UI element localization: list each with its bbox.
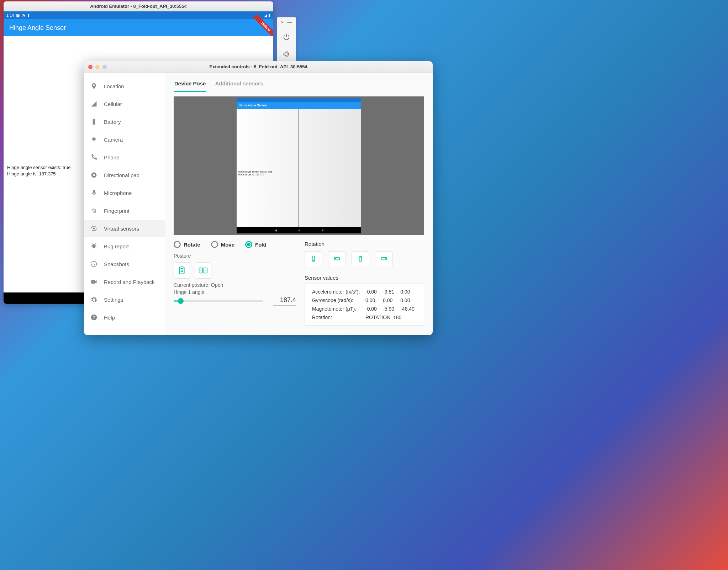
sidebar-item-bug-report[interactable]: Bug report (84, 238, 165, 255)
emulator-power-button[interactable] (277, 28, 296, 46)
bug-icon (90, 243, 97, 250)
status-battery-icon: ▮ (268, 13, 270, 18)
tabs: Device Pose Additional sensors (174, 77, 424, 92)
pose-controls: Rotate Move Fold Posture (174, 241, 296, 326)
sensor-x: 0.00 (363, 296, 381, 305)
emulator-toolbar: × — (277, 17, 296, 63)
emulator-close-button[interactable]: × (281, 20, 284, 25)
preview-readout: Hinge angle sensor exists: true Hinge an… (238, 170, 272, 176)
extended-controls-window: Extended controls - 8_Fold-out_API_30:55… (84, 61, 433, 335)
radio-circle-icon (174, 241, 181, 248)
sidebar-item-label: Camera (104, 137, 123, 143)
nav-recent-icon: ■ (322, 228, 323, 232)
status-icon: ▣ (16, 13, 20, 18)
radio-label: Rotate (184, 242, 200, 248)
sidebar-item-camera[interactable]: Camera (84, 131, 165, 148)
history-icon (90, 260, 97, 268)
sensor-rotation-value: ROTATION_180 (363, 313, 419, 322)
rotation-heading: Rotation (305, 241, 424, 247)
sidebar-item-cellular[interactable]: Cellular (84, 95, 165, 112)
sidebar-item-record[interactable]: Record and Playback (84, 273, 165, 290)
posture-open-button[interactable] (195, 262, 211, 279)
device-preview[interactable]: Hinge Angle Sensor Hinge angle sensor ex… (174, 96, 424, 235)
rotation-portrait-reverse-button[interactable] (352, 251, 369, 266)
extended-titlebar: Extended controls - 8_Fold-out_API_30:55… (84, 61, 433, 73)
tab-device-pose[interactable]: Device Pose (174, 77, 206, 92)
sidebar-item-label: Phone (104, 154, 119, 160)
emulator-window-title: Android Emulator - 8_Fold-out_API_30:555… (4, 1, 273, 11)
sidebar-item-virtual-sensors[interactable]: Virtual sensors (84, 220, 165, 237)
sidebar-item-settings[interactable]: Settings (84, 291, 165, 308)
preview-status-bar (237, 98, 361, 102)
emulator-volume-button[interactable] (277, 46, 296, 63)
sidebar-item-phone[interactable]: Phone (84, 149, 165, 166)
radio-fold[interactable]: Fold (245, 241, 267, 248)
sensor-row-magnetometer: Magnetometer (μT): -0.00 -5.90 -48.40 (310, 305, 419, 313)
dpad-icon (90, 171, 97, 179)
sidebar-item-label: Battery (104, 119, 121, 125)
radio-rotate[interactable]: Rotate (174, 241, 200, 248)
microphone-icon (90, 189, 97, 196)
preview-device: Hinge Angle Sensor Hinge angle sensor ex… (237, 98, 361, 233)
nav-home-icon: ● (298, 228, 300, 232)
sensor-row-accelerometer: Accelerometer (m/s²): -0.00 -9.81 0.00 (310, 287, 419, 296)
rotation-portrait-button[interactable] (305, 251, 322, 266)
sidebar-item-location[interactable]: Location (84, 78, 165, 95)
sidebar-item-fingerprint[interactable]: Fingerprint (84, 202, 165, 219)
sensor-x: -0.00 (363, 305, 381, 313)
sidebar-item-help[interactable]: ? Help (84, 309, 165, 326)
window-traffic-lights (88, 65, 107, 69)
sensor-values-heading: Sensor values (305, 275, 424, 281)
preview-line-2: Hinge angle is: 187.375 (238, 173, 272, 176)
hinge-readout: Hinge angle sensor exists: true Hinge an… (7, 164, 70, 177)
preview-line-1: Hinge angle sensor exists: true (238, 170, 272, 173)
extended-main-panel: Device Pose Additional sensors Hinge Ang… (165, 73, 433, 335)
nav-back-icon: ◀ (274, 228, 277, 232)
sidebar-item-microphone[interactable]: Microphone (84, 184, 165, 201)
sidebar-item-label: Cellular (104, 101, 122, 107)
tab-additional-sensors[interactable]: Additional sensors (214, 77, 264, 92)
extended-sidebar: Location Cellular Battery Camera Phone D… (84, 73, 165, 335)
preview-app-title: Hinge Angle Sensor (239, 104, 267, 107)
svg-point-1 (93, 174, 95, 176)
sensor-label: Rotation: (310, 313, 363, 322)
help-icon: ? (90, 314, 97, 321)
window-zoom-button[interactable] (102, 65, 107, 69)
rotation-landscape-left-button[interactable] (328, 251, 346, 266)
location-pin-icon (90, 83, 97, 90)
sidebar-item-label: Bug report (104, 243, 129, 249)
window-minimize-button[interactable] (95, 65, 100, 69)
sensors-icon (90, 225, 97, 232)
status-signal-icon: ◢ (264, 13, 267, 18)
sensor-z: -48.40 (398, 305, 419, 313)
radio-label: Move (221, 242, 234, 248)
sensor-y: -5.90 (381, 305, 398, 313)
sensor-label: Gyroscope (rad/s): (310, 296, 363, 305)
fingerprint-icon (90, 207, 97, 214)
hinge-angle-value[interactable]: 187.4 (273, 296, 296, 306)
emulator-minimize-button[interactable]: — (287, 20, 292, 25)
sensor-z: 0.00 (398, 296, 419, 305)
hinge-angle-line: Hinge angle is: 187.375 (7, 171, 70, 177)
battery-icon (90, 118, 97, 125)
sidebar-item-snapshots[interactable]: Snapshots (84, 255, 165, 273)
window-close-button[interactable] (88, 65, 93, 69)
sensor-label: Accelerometer (m/s²): (310, 287, 363, 296)
extended-title-text: Extended controls - 8_Fold-out_API_30:55… (209, 64, 307, 69)
posture-heading: Posture (174, 253, 296, 259)
rotation-landscape-right-button[interactable] (375, 251, 393, 266)
posture-closed-button[interactable] (174, 262, 190, 279)
svg-point-15 (385, 258, 386, 259)
sidebar-item-label: Directional pad (104, 172, 139, 178)
phone-icon (90, 154, 97, 161)
svg-point-9 (313, 260, 314, 261)
sensor-values-box: Accelerometer (m/s²): -0.00 -9.81 0.00 G… (305, 284, 424, 326)
sidebar-item-label: Record and Playback (104, 279, 155, 285)
radio-move[interactable]: Move (211, 241, 234, 248)
sidebar-item-dpad[interactable]: Directional pad (84, 167, 165, 184)
hinge-angle-slider[interactable] (174, 297, 263, 305)
app-title: Hinge Angle Sensor (9, 24, 66, 32)
sidebar-item-battery[interactable]: Battery (84, 113, 165, 130)
preview-nav-bar: ◀ ● ■ (237, 227, 361, 233)
sidebar-item-label: Help (104, 315, 115, 321)
